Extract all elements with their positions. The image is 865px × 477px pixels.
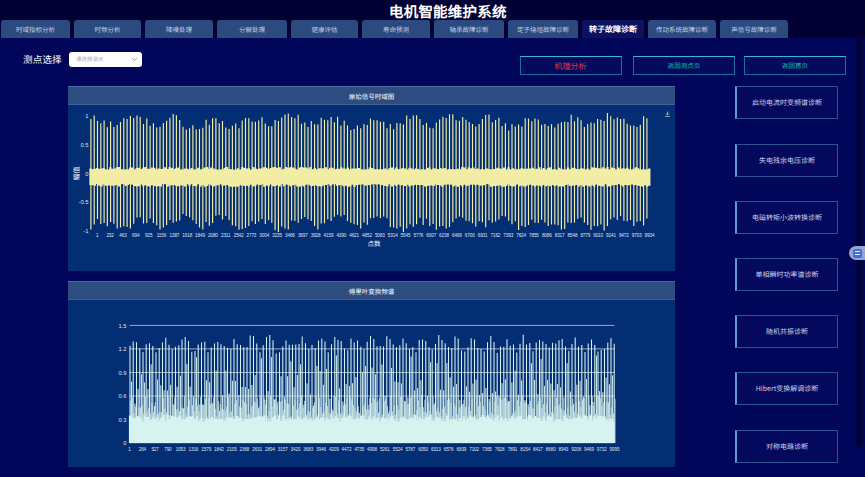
svg-text:2894: 2894 <box>265 447 275 452</box>
svg-text:6238: 6238 <box>439 233 449 238</box>
svg-text:4390: 4390 <box>336 233 346 238</box>
svg-text:2080: 2080 <box>208 233 218 238</box>
svg-text:-0.5: -0.5 <box>79 199 89 205</box>
svg-text:4472: 4472 <box>342 447 352 452</box>
svg-text:9995: 9995 <box>610 447 620 452</box>
svg-text:8417: 8417 <box>533 447 543 452</box>
svg-text:3420: 3420 <box>291 447 301 452</box>
svg-text:0.3: 0.3 <box>118 417 126 423</box>
svg-text:7162: 7162 <box>490 233 500 238</box>
svg-text:8317: 8317 <box>555 233 565 238</box>
svg-text:8943: 8943 <box>558 447 568 452</box>
svg-text:3683: 3683 <box>303 447 313 452</box>
svg-text:2368: 2368 <box>239 447 249 452</box>
svg-text:1.2: 1.2 <box>118 346 126 352</box>
svg-text:5776: 5776 <box>413 233 423 238</box>
svg-text:0: 0 <box>123 440 126 446</box>
svg-text:0.6: 0.6 <box>118 393 126 399</box>
svg-text:3946: 3946 <box>316 447 326 452</box>
svg-text:幅值: 幅值 <box>71 167 81 181</box>
svg-text:9010: 9010 <box>593 233 603 238</box>
svg-text:9732: 9732 <box>597 447 607 452</box>
svg-text:694: 694 <box>132 233 140 238</box>
svg-text:-1: -1 <box>83 228 88 234</box>
svg-text:2542: 2542 <box>234 233 244 238</box>
svg-text:8086: 8086 <box>542 233 552 238</box>
svg-text:1: 1 <box>85 113 88 119</box>
svg-text:7393: 7393 <box>503 233 513 238</box>
svg-text:2773: 2773 <box>246 233 256 238</box>
svg-text:0: 0 <box>85 171 88 177</box>
svg-text:6469: 6469 <box>452 233 462 238</box>
svg-text:6050: 6050 <box>418 447 428 452</box>
svg-text:463: 463 <box>119 233 127 238</box>
svg-text:7365: 7365 <box>482 447 492 452</box>
svg-text:7102: 7102 <box>469 447 479 452</box>
svg-text:3466: 3466 <box>285 233 295 238</box>
svg-text:1: 1 <box>96 233 99 238</box>
svg-text:1849: 1849 <box>195 233 205 238</box>
svg-text:6839: 6839 <box>456 447 466 452</box>
svg-text:5787: 5787 <box>405 447 415 452</box>
svg-text:6007: 6007 <box>426 233 436 238</box>
svg-text:6700: 6700 <box>465 233 475 238</box>
svg-text:0.5: 0.5 <box>80 142 88 148</box>
svg-text:1579: 1579 <box>201 447 211 452</box>
svg-text:1316: 1316 <box>188 447 198 452</box>
svg-text:3235: 3235 <box>272 233 282 238</box>
svg-text:点数: 点数 <box>368 238 382 248</box>
svg-text:6313: 6313 <box>431 447 441 452</box>
svg-text:5524: 5524 <box>393 447 403 452</box>
svg-text:8548: 8548 <box>568 233 578 238</box>
svg-text:4998: 4998 <box>367 447 377 452</box>
svg-text:3928: 3928 <box>311 233 321 238</box>
svg-text:9469: 9469 <box>584 447 594 452</box>
svg-text:5314: 5314 <box>388 233 398 238</box>
svg-text:9241: 9241 <box>606 233 616 238</box>
svg-text:5545: 5545 <box>401 233 411 238</box>
svg-text:1156: 1156 <box>157 233 167 238</box>
svg-text:0.9: 0.9 <box>118 370 126 376</box>
svg-text:527: 527 <box>151 447 159 452</box>
svg-text:3004: 3004 <box>259 233 269 238</box>
svg-text:1.5: 1.5 <box>118 323 126 329</box>
svg-text:5083: 5083 <box>375 233 385 238</box>
svg-text:232: 232 <box>106 233 114 238</box>
svg-text:264: 264 <box>139 447 147 452</box>
svg-text:9703: 9703 <box>632 233 642 238</box>
svg-text:1842: 1842 <box>214 447 224 452</box>
svg-text:2631: 2631 <box>252 447 262 452</box>
svg-text:4852: 4852 <box>362 233 372 238</box>
svg-text:8154: 8154 <box>520 447 530 452</box>
svg-text:790: 790 <box>164 447 172 452</box>
svg-text:5261: 5261 <box>380 447 390 452</box>
svg-text:6931: 6931 <box>478 233 488 238</box>
svg-text:7891: 7891 <box>507 447 517 452</box>
svg-text:6576: 6576 <box>444 447 454 452</box>
svg-text:9934: 9934 <box>645 233 655 238</box>
svg-text:1618: 1618 <box>182 233 192 238</box>
svg-text:1: 1 <box>128 447 131 452</box>
svg-text:2311: 2311 <box>221 233 231 238</box>
svg-text:1053: 1053 <box>176 447 186 452</box>
svg-text:7855: 7855 <box>529 233 539 238</box>
svg-text:4735: 4735 <box>354 447 364 452</box>
svg-text:9206: 9206 <box>571 447 581 452</box>
svg-text:7628: 7628 <box>495 447 505 452</box>
svg-text:8779: 8779 <box>580 233 590 238</box>
svg-text:3157: 3157 <box>278 447 288 452</box>
svg-text:3697: 3697 <box>298 233 308 238</box>
svg-text:7624: 7624 <box>516 233 526 238</box>
svg-text:9472: 9472 <box>619 233 629 238</box>
svg-text:4621: 4621 <box>349 233 359 238</box>
svg-text:925: 925 <box>145 233 153 238</box>
svg-text:2105: 2105 <box>227 447 237 452</box>
svg-text:1387: 1387 <box>169 233 179 238</box>
svg-text:4209: 4209 <box>329 447 339 452</box>
svg-text:8680: 8680 <box>546 447 556 452</box>
svg-text:4159: 4159 <box>324 233 334 238</box>
